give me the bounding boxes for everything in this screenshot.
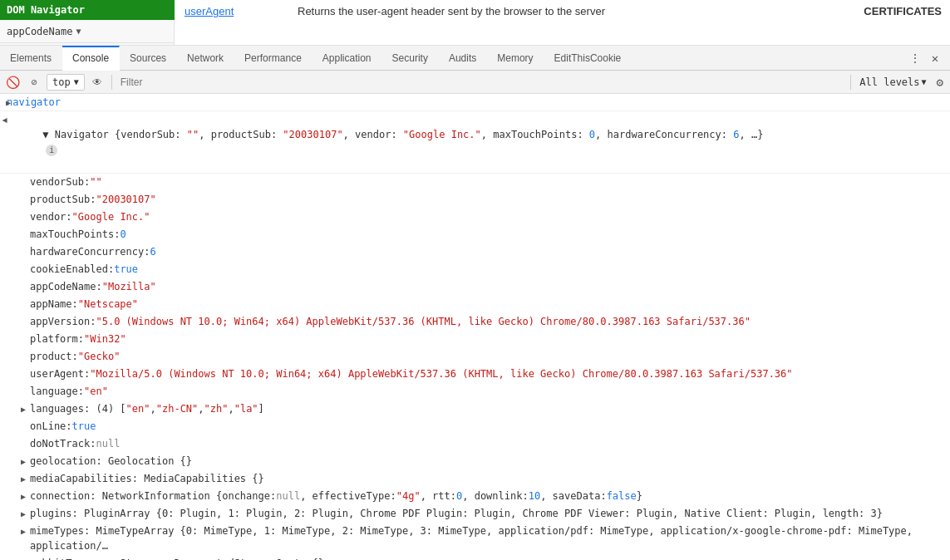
useragent-row: userAgent Returns the user-agent header … <box>185 5 940 17</box>
info-icon[interactable]: i <box>46 145 57 156</box>
prop-geolocation[interactable]: ▶ geolocation: Geolocation {} <box>0 453 950 470</box>
navigator-object-expand-arrow[interactable]: ▼ <box>0 115 12 125</box>
settings-gear-icon[interactable]: ⚙ <box>933 76 947 89</box>
clear-console-icon[interactable]: 🚫 <box>3 73 22 91</box>
tab-console[interactable]: Console <box>62 46 120 71</box>
browser-page-content: userAgent Returns the user-agent header … <box>175 0 950 45</box>
prop-appcodename: appCodeName: "Mozilla" <box>0 278 950 296</box>
filter-input[interactable] <box>117 76 846 88</box>
tab-application[interactable]: Application <box>313 46 382 71</box>
console-navigator-object: ▼ ▼ Navigator {vendorSub: "", productSub… <box>0 111 950 174</box>
tab-sources[interactable]: Sources <box>120 46 177 71</box>
tab-editthiscookie[interactable]: EditThisCookie <box>544 46 633 71</box>
prop-mimetypes[interactable]: ▶ mimeTypes: MimeTypeArray {0: MimeType,… <box>0 523 950 555</box>
tab-memory[interactable]: Memory <box>487 46 544 71</box>
tab-performance[interactable]: Performance <box>234 46 313 71</box>
log-level-arrow-icon: ▼ <box>922 77 927 86</box>
prop-webkittempstorage[interactable]: ▶ webkitTemporaryStorage: DeprecatedStor… <box>0 555 950 560</box>
context-dropdown-arrow-icon: ▼ <box>74 77 79 86</box>
toolbar-separator <box>111 75 112 90</box>
connection-expand-icon[interactable]: ▶ <box>18 489 28 504</box>
prop-hardwareconcurrency: hardwareConcurrency: 6 <box>0 243 950 261</box>
webkittempstorage-expand-icon[interactable]: ▶ <box>18 557 28 560</box>
plugins-expand-icon[interactable]: ▶ <box>18 507 28 522</box>
useragent-desc: Returns the user-agent header sent by th… <box>298 5 605 17</box>
prop-appversion: appVersion: "5.0 (Windows NT 10.0; Win64… <box>0 313 950 331</box>
dom-navigator-dropdown[interactable]: appCodeName ▼ <box>0 20 174 43</box>
prop-plugins[interactable]: ▶ plugins: PluginArray {0: Plugin, 1: Pl… <box>0 505 950 523</box>
prop-cookieenabled: cookieEnabled: true <box>0 261 950 278</box>
prop-vendorsub: vendorSub: "" <box>0 174 950 191</box>
prop-connection[interactable]: ▶ connection: NetworkInformation {onchan… <box>0 488 950 505</box>
certificates-label: CERTIFICATES <box>855 0 950 22</box>
prop-product: product: "Gecko" <box>0 348 950 366</box>
console-output[interactable]: ▶ navigator ▼ ▼ Navigator {vendorSub: ""… <box>0 94 950 560</box>
tab-elements[interactable]: Elements <box>0 46 62 71</box>
prop-maxtouchpoints: maxTouchPoints: 0 <box>0 226 950 243</box>
tab-security[interactable]: Security <box>382 46 439 71</box>
console-toolbar: 🚫 ⊘ top ▼ 👁 All levels ▼ ⚙ <box>0 71 950 94</box>
prop-useragent: userAgent: "Mozilla/5.0 (Windows NT 10.0… <box>0 366 950 383</box>
browser-content-area: DOM Navigator appCodeName ▼ userAgent Re… <box>0 0 950 46</box>
prop-vendor: vendor: "Google Inc." <box>0 209 950 226</box>
tab-network[interactable]: Network <box>177 46 234 71</box>
prop-online: onLine: true <box>0 418 950 435</box>
navigator-expand-arrow[interactable]: ▶ <box>3 96 13 111</box>
languages-expand-icon[interactable]: ▶ <box>18 402 28 417</box>
prop-mediacapabilities[interactable]: ▶ mediaCapabilities: MediaCapabilities {… <box>0 470 950 488</box>
log-level-selector[interactable]: All levels ▼ <box>856 76 929 88</box>
navigator-object-summary: ▼ Navigator {vendorSub: "", productSub: … <box>7 112 947 172</box>
dropdown-arrow-icon: ▼ <box>76 27 81 36</box>
prop-platform: platform: "Win32" <box>0 331 950 348</box>
devtools-tab-icons: ⋮ ✕ <box>907 50 950 66</box>
prop-appname: appName: "Netscape" <box>0 296 950 313</box>
devtools-tabs-bar: Elements Console Sources Network Perform… <box>0 46 950 71</box>
close-devtools-icon[interactable]: ✕ <box>927 50 943 66</box>
geolocation-expand-icon[interactable]: ▶ <box>18 454 28 469</box>
console-filter-toggle-icon[interactable]: ⊘ <box>25 73 43 91</box>
mediacapabilities-expand-icon[interactable]: ▶ <box>18 472 28 487</box>
prop-donottrack: doNotTrack: null <box>0 435 950 453</box>
prop-productsub: productSub: "20030107" <box>0 191 950 209</box>
eye-icon[interactable]: 👁 <box>88 73 106 91</box>
prop-languages[interactable]: ▶ languages: (4) ["en", "zh-CN", "zh", "… <box>0 400 950 418</box>
dom-navigator-sidebar: DOM Navigator appCodeName ▼ <box>0 0 175 45</box>
context-selector[interactable]: top ▼ <box>47 74 85 91</box>
navigator-label: navigator <box>7 95 947 110</box>
dom-navigator-header: DOM Navigator <box>0 0 175 20</box>
toolbar-separator-2 <box>850 75 851 90</box>
useragent-link[interactable]: userAgent <box>185 5 284 17</box>
tab-audits[interactable]: Audits <box>439 46 487 71</box>
console-navigator-label: ▶ navigator <box>0 94 950 111</box>
more-options-icon[interactable]: ⋮ <box>907 50 923 66</box>
prop-language: language: "en" <box>0 383 950 400</box>
mimetypes-expand-icon[interactable]: ▶ <box>18 524 28 539</box>
